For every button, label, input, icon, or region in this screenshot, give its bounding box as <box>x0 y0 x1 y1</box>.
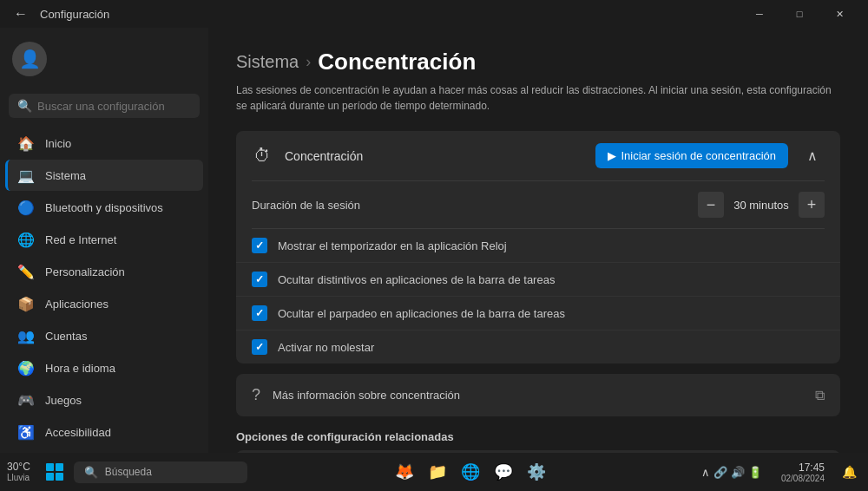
red-icon: 🌐 <box>17 231 35 248</box>
volume-icon: 🔊 <box>731 466 745 479</box>
related-section-title: Opciones de configuración relacionadas <box>236 430 840 443</box>
card-title: Concentración <box>285 149 583 163</box>
sidebar-item-sistema[interactable]: 💻 Sistema <box>5 160 203 191</box>
session-duration-row: Duración de la sesión − 30 minutos + <box>236 181 840 228</box>
taskbar-search-text: Búsqueda <box>105 466 152 478</box>
hora-icon: 🌍 <box>17 359 35 376</box>
info-card[interactable]: ? Más información sobre concentración ⧉ <box>236 374 840 416</box>
search-box[interactable]: 🔍 <box>9 94 200 118</box>
app-body: 👤 🔍 🏠 Inicio 💻 Sistema 🔵 Bluetooth y dis… <box>0 28 868 453</box>
checkbox-label-1: Ocultar distintivos en aplicaciones de l… <box>278 273 555 286</box>
sidebar-item-inicio[interactable]: 🏠 Inicio <box>5 128 203 159</box>
weather-widget[interactable]: 30°C Lluvia <box>7 461 30 483</box>
sidebar-item-bluetooth[interactable]: 🔵 Bluetooth y dispositivos <box>5 192 203 223</box>
weather-condition: Lluvia <box>7 473 30 483</box>
checkbox-3[interactable]: ✓ <box>252 339 267 355</box>
sidebar-item-hora[interactable]: 🌍 Hora e idioma <box>5 352 203 383</box>
taskbar-app-emoji[interactable]: 🦊 <box>389 456 420 488</box>
checkbox-row-1: ✓ Ocultar distintivos en aplicaciones de… <box>236 262 840 296</box>
notification-bell[interactable]: 🔔 <box>837 460 861 484</box>
concentration-card: ⏱ Concentración ▶ Iniciar sesión de conc… <box>236 131 840 363</box>
info-icon: ? <box>252 386 260 404</box>
breadcrumb-separator: › <box>306 53 311 71</box>
checkbox-label-2: Ocultar el parpadeo en aplicaciones de l… <box>278 307 565 320</box>
cuentas-icon: 👥 <box>17 327 35 344</box>
temperature: 30°C <box>7 461 30 473</box>
network-icon: 🔗 <box>713 466 727 479</box>
sidebar-item-label: Red e Internet <box>45 233 116 246</box>
taskbar-right: ∧ 🔗 🔊 🔋 17:45 02/08/2024 🔔 <box>694 460 861 484</box>
search-icon: 🔍 <box>17 99 32 113</box>
page-description: Las sesiones de concentración le ayudan … <box>236 82 840 114</box>
system-clock[interactable]: 17:45 02/08/2024 <box>774 462 832 483</box>
sidebar-item-juegos[interactable]: 🎮 Juegos <box>5 384 203 416</box>
accesibilidad-icon: ♿ <box>17 423 35 441</box>
close-button[interactable]: ✕ <box>819 0 859 28</box>
sidebar-item-label: Accesibilidad <box>45 426 111 439</box>
checkboxes-container: ✓ Mostrar el temporizador en la aplicaci… <box>236 229 840 363</box>
taskbar-app-edge[interactable]: 🌐 <box>455 456 486 488</box>
back-button[interactable]: ← <box>9 2 33 26</box>
duration-decrease-button[interactable]: − <box>698 192 724 218</box>
sidebar-item-aplicaciones[interactable]: 📦 Aplicaciones <box>5 288 203 319</box>
chevron-icon: ∧ <box>701 466 710 479</box>
sidebar-item-label: Hora e idioma <box>45 362 115 375</box>
duration-label: Duración de la sesión <box>252 199 689 212</box>
duration-control: − 30 minutos + <box>698 192 825 218</box>
aplicaciones-icon: 📦 <box>17 295 35 312</box>
clock-time: 17:45 <box>781 462 825 474</box>
inicio-icon: 🏠 <box>17 134 35 152</box>
info-label: Más información sobre concentración <box>273 389 803 402</box>
taskbar-app-settings[interactable]: ⚙️ <box>521 456 552 488</box>
checkbox-label-0: Mostrar el temporizador en la aplicación… <box>278 239 507 252</box>
concentration-icon: ⏱ <box>252 146 273 166</box>
sidebar-item-red[interactable]: 🌐 Red e Internet <box>5 224 203 255</box>
start-button[interactable] <box>39 456 70 488</box>
sidebar-item-personalizacion[interactable]: ✏️ Personalización <box>5 256 203 287</box>
titlebar-title: Configuración <box>40 8 109 21</box>
minimize-button[interactable]: ─ <box>740 0 779 28</box>
system-tray[interactable]: ∧ 🔗 🔊 🔋 <box>694 462 769 482</box>
search-input[interactable] <box>37 100 191 113</box>
main-content: Sistema › Concentración Las sesiones de … <box>208 28 868 453</box>
sidebar-item-accesibilidad[interactable]: ♿ Accesibilidad <box>5 416 203 448</box>
checkbox-1[interactable]: ✓ <box>252 272 267 287</box>
checkbox-row-2: ✓ Ocultar el parpadeo en aplicaciones de… <box>236 296 840 330</box>
maximize-button[interactable]: □ <box>779 0 819 28</box>
battery-icon: 🔋 <box>748 466 762 479</box>
sidebar-item-cuentas[interactable]: 👥 Cuentas <box>5 320 203 351</box>
card-header: ⏱ Concentración ▶ Iniciar sesión de conc… <box>236 131 840 180</box>
sidebar-item-label: Bluetooth y dispositivos <box>45 201 163 214</box>
checkbox-2[interactable]: ✓ <box>252 305 267 321</box>
checkbox-label-3: Activar no molestar <box>278 341 374 354</box>
titlebar: ← Configuración ─ □ ✕ <box>0 0 868 28</box>
collapse-button[interactable]: ∧ <box>800 144 825 167</box>
window-controls: ─ □ ✕ <box>740 0 859 28</box>
sidebar-item-label: Cuentas <box>45 330 87 343</box>
external-link-icon: ⧉ <box>815 388 825 403</box>
duration-increase-button[interactable]: + <box>799 192 825 218</box>
start-session-button[interactable]: ▶ Iniciar sesión de concentración <box>595 143 789 168</box>
taskbar-app-explorer[interactable]: 📁 <box>422 456 453 488</box>
taskbar-apps: 🦊 📁 🌐 💬 ⚙️ <box>251 456 691 488</box>
sidebar-item-label: Personalización <box>45 265 125 278</box>
checkbox-row-0: ✓ Mostrar el temporizador en la aplicaci… <box>236 229 840 262</box>
taskbar: 30°C Lluvia 🔍 Búsqueda 🦊 📁 🌐 💬 ⚙️ ∧ 🔗 🔊 … <box>0 453 868 491</box>
bluetooth-icon: 🔵 <box>17 199 35 216</box>
breadcrumb-parent: Sistema <box>236 52 299 72</box>
user-avatar-area: 👤 <box>0 28 208 90</box>
taskbar-search[interactable]: 🔍 Búsqueda <box>74 462 247 483</box>
sidebar-nav: 🏠 Inicio 💻 Sistema 🔵 Bluetooth y disposi… <box>0 127 208 453</box>
sidebar: 👤 🔍 🏠 Inicio 💻 Sistema 🔵 Bluetooth y dis… <box>0 28 208 453</box>
breadcrumb-current: Concentración <box>318 49 476 75</box>
sidebar-item-label: Sistema <box>45 169 86 182</box>
checkbox-0[interactable]: ✓ <box>252 238 267 253</box>
sistema-icon: 💻 <box>17 167 35 184</box>
taskbar-app-teams[interactable]: 💬 <box>488 456 519 488</box>
personalizacion-icon: ✏️ <box>17 263 35 280</box>
sidebar-item-label: Inicio <box>45 137 71 150</box>
avatar[interactable]: 👤 <box>12 42 47 76</box>
clock-date: 02/08/2024 <box>781 474 825 483</box>
windows-logo <box>46 463 63 481</box>
sidebar-item-label: Aplicaciones <box>45 298 108 311</box>
